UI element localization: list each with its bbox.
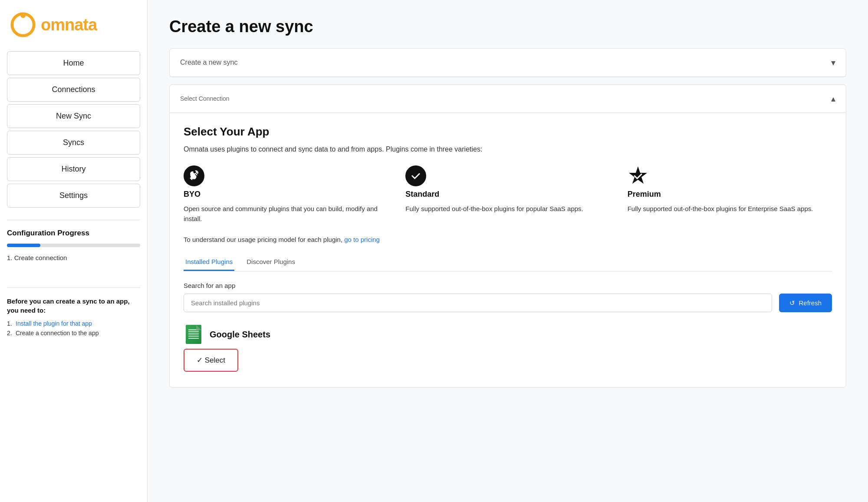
premium-icon-container bbox=[628, 165, 648, 186]
warning-link-1[interactable]: Install the plugin for that app bbox=[16, 320, 92, 327]
select-connection-body: Select Your App Omnata uses plugins to c… bbox=[170, 113, 846, 387]
pricing-link-row: To understand our usage pricing model fo… bbox=[184, 236, 832, 243]
sidebar-item-settings[interactable]: Settings bbox=[7, 184, 140, 208]
svg-rect-6 bbox=[188, 331, 199, 332]
app-header-google-sheets: Google Sheets bbox=[184, 324, 832, 344]
app-item-google-sheets: Google Sheets ✓ Select bbox=[184, 324, 832, 372]
search-row: ↺ Refresh bbox=[184, 294, 832, 312]
create-sync-panel-label: Create a new sync bbox=[180, 59, 238, 66]
pricing-text: To understand our usage pricing model fo… bbox=[184, 236, 344, 243]
byo-icon bbox=[184, 165, 204, 186]
standard-icon bbox=[405, 165, 426, 186]
create-sync-chevron: ▾ bbox=[831, 57, 835, 68]
refresh-icon: ↺ bbox=[789, 299, 795, 307]
warning-list: Install the plugin for that app Create a… bbox=[7, 320, 140, 337]
progress-bar-container bbox=[7, 244, 140, 247]
plugin-type-standard: Standard Fully supported out-of-the-box … bbox=[405, 165, 610, 224]
pricing-link[interactable]: go to pricing bbox=[344, 236, 380, 243]
tab-discover-plugins[interactable]: Discover Plugins bbox=[245, 254, 297, 271]
svg-rect-7 bbox=[188, 334, 199, 334]
sidebar-item-new-sync[interactable]: New Sync bbox=[7, 104, 140, 128]
standard-description: Fully supported out-of-the-box plugins f… bbox=[405, 204, 610, 214]
config-progress-section: Configuration Progress 1. Create connect… bbox=[0, 229, 147, 279]
sidebar-nav: Home Connections New Sync Syncs History … bbox=[0, 48, 147, 211]
select-connection-panel: Select Connection ▴ Select Your App Omna… bbox=[169, 84, 846, 388]
svg-point-1 bbox=[20, 13, 26, 18]
config-step-1: 1. Create connection bbox=[7, 254, 140, 261]
premium-badge-icon bbox=[628, 165, 648, 186]
sidebar-item-history[interactable]: History bbox=[7, 157, 140, 181]
sidebar: omnata Home Connections New Sync Syncs H… bbox=[0, 0, 148, 502]
tabs-row: Installed Plugins Discover Plugins bbox=[184, 254, 832, 271]
premium-description: Fully supported out-of-the-box plugins f… bbox=[628, 204, 832, 214]
check-circle-icon bbox=[410, 170, 422, 182]
premium-name: Premium bbox=[628, 190, 832, 199]
select-your-app-title: Select Your App bbox=[184, 125, 832, 139]
search-label: Search for an app bbox=[184, 282, 832, 289]
page-title: Create a new sync bbox=[169, 17, 846, 36]
refresh-label: Refresh bbox=[799, 299, 822, 307]
svg-rect-9 bbox=[188, 338, 199, 339]
warning-item-2: Create a connection to the app bbox=[7, 330, 140, 337]
wrench-icon bbox=[188, 170, 200, 182]
sidebar-item-home[interactable]: Home bbox=[7, 51, 140, 75]
warning-title: Before you can create a sync to an app, … bbox=[7, 297, 140, 315]
search-input[interactable] bbox=[184, 294, 772, 312]
sidebar-item-connections[interactable]: Connections bbox=[7, 78, 140, 102]
byo-name: BYO bbox=[184, 190, 388, 199]
byo-description: Open source and community plugins that y… bbox=[184, 204, 388, 224]
warning-item-1: Install the plugin for that app bbox=[7, 320, 140, 327]
config-progress-title: Configuration Progress bbox=[7, 229, 140, 238]
select-connection-label: Select Connection bbox=[180, 95, 230, 102]
svg-rect-8 bbox=[188, 336, 199, 337]
refresh-button[interactable]: ↺ Refresh bbox=[779, 294, 832, 312]
google-sheets-icon bbox=[184, 324, 204, 344]
sidebar-divider bbox=[7, 220, 140, 220]
sidebar-divider-2 bbox=[7, 287, 140, 288]
app-name-google-sheets: Google Sheets bbox=[210, 330, 270, 340]
progress-bar-fill bbox=[7, 244, 40, 247]
svg-marker-3 bbox=[629, 166, 647, 184]
logo-area: omnata bbox=[0, 0, 147, 48]
warning-section: Before you can create a sync to an app, … bbox=[0, 297, 147, 348]
omnata-logo-icon bbox=[10, 12, 36, 37]
create-sync-panel-header[interactable]: Create a new sync ▾ bbox=[170, 49, 846, 77]
omnata-logo-text: omnata bbox=[41, 16, 97, 34]
create-sync-panel: Create a new sync ▾ bbox=[169, 48, 846, 77]
select-connection-panel-header[interactable]: Select Connection ▴ bbox=[170, 85, 846, 113]
plugin-type-byo: BYO Open source and community plugins th… bbox=[184, 165, 388, 224]
plugin-types-grid: BYO Open source and community plugins th… bbox=[184, 165, 832, 224]
select-connection-chevron: ▴ bbox=[831, 93, 835, 104]
sidebar-item-syncs[interactable]: Syncs bbox=[7, 131, 140, 155]
select-app-description: Omnata uses plugins to connect and sync … bbox=[184, 145, 832, 153]
select-button[interactable]: ✓ Select bbox=[184, 349, 238, 372]
standard-name: Standard bbox=[405, 190, 610, 199]
tab-installed-plugins[interactable]: Installed Plugins bbox=[184, 254, 234, 271]
plugin-type-premium: Premium Fully supported out-of-the-box p… bbox=[628, 165, 832, 224]
main-content: Create a new sync Create a new sync ▾ Se… bbox=[148, 0, 868, 502]
